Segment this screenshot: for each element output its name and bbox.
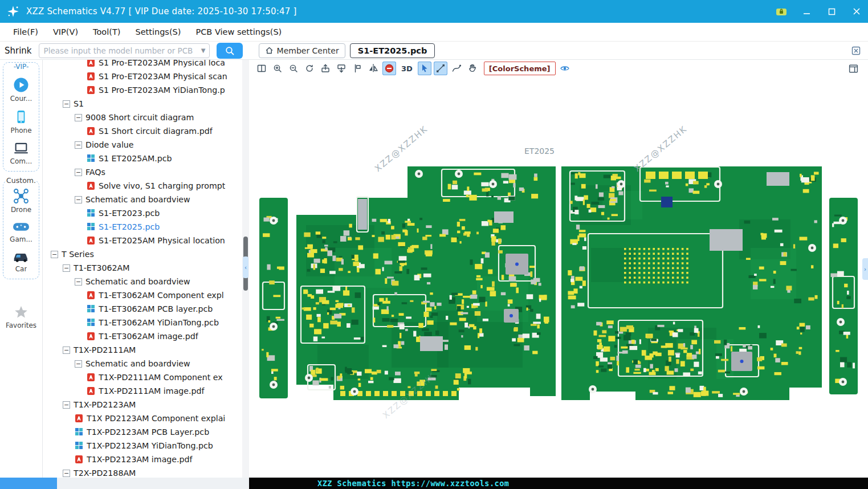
- shrink-button[interactable]: Shrink: [5, 46, 32, 56]
- menu-pcb-view-settings[interactable]: PCB View settings(S): [188, 23, 289, 41]
- tree-item-pcb[interactable]: T1X-PD2123AM PCB Layer.pcb: [43, 425, 242, 439]
- tree-item-pdf[interactable]: T1X PD2123AM Component explai: [43, 411, 242, 425]
- tree-item-pdf[interactable]: Solve vivo, S1 charging prompt: [43, 179, 242, 193]
- collapse-toggle-icon[interactable]: −: [75, 141, 82, 149]
- split-view-button[interactable]: [255, 62, 268, 75]
- tree-item-branch[interactable]: −S1: [43, 97, 242, 111]
- collapse-toggle-icon[interactable]: −: [63, 264, 70, 272]
- collapse-toggle-icon[interactable]: −: [63, 347, 70, 354]
- collapse-toggle-icon[interactable]: −: [75, 169, 82, 176]
- tree-item-pcb[interactable]: S1-ET2023.pcb: [43, 206, 242, 220]
- collapse-tree-handle[interactable]: ‹: [243, 256, 248, 278]
- tree-item-pdf[interactable]: T1X-PD2111AM Component ex: [43, 370, 242, 384]
- curve-tool-button[interactable]: [450, 62, 463, 75]
- tree-item-branch[interactable]: −T2X-PD2188AM: [43, 466, 242, 478]
- pcb-canvas[interactable]: XZZ@XZZHKXZZ@XZZHKXZZ@XZZHKET2025 ›: [249, 77, 868, 478]
- tree-item-branch[interactable]: −Schematic and boardview: [43, 193, 242, 206]
- menu-file[interactable]: File(F): [6, 23, 46, 41]
- export-bottom-layer-button[interactable]: [335, 62, 348, 75]
- tree-item-label: T1X PD2123AM Component explai: [87, 414, 225, 423]
- diode-mode-button[interactable]: [382, 62, 396, 75]
- sidebar-item-favorites[interactable]: Favorites: [3, 304, 39, 329]
- play-circle-icon: [13, 76, 30, 93]
- select-cursor-button[interactable]: [418, 62, 431, 75]
- tree-item-pdf[interactable]: S1 Short circuit diagram.pdf: [43, 124, 242, 138]
- tree-item-branch[interactable]: −T1X-PD2123AM: [43, 398, 242, 411]
- search-button[interactable]: [217, 43, 243, 59]
- tree-scrollbar[interactable]: ‹: [242, 60, 249, 478]
- main-toolbar: Shrink ▼ Member Center S1-ET2025.pcb: [0, 42, 868, 60]
- tree-item-pdf[interactable]: S1 Pro-ET2023AM Physical loca: [43, 60, 242, 70]
- sidebar-item-car[interactable]: Car: [5, 249, 38, 273]
- tree-item-branch[interactable]: −FAQs: [43, 165, 242, 179]
- tree-item-branch[interactable]: −T1X-PD2111AM: [43, 343, 242, 357]
- expand-panel-handle[interactable]: ›: [862, 258, 868, 280]
- tree-item-pdf[interactable]: S1 Pro-ET2023AM YiDianTong.p: [43, 83, 242, 97]
- tree-item-label: Solve vivo, S1 charging prompt: [99, 181, 225, 190]
- sidebar-item-games[interactable]: Gam...: [5, 219, 38, 243]
- sidebar-item-label: Com...: [10, 157, 32, 165]
- search-input[interactable]: [39, 46, 198, 55]
- measure-button[interactable]: [434, 62, 447, 75]
- zoom-in-button[interactable]: [271, 62, 284, 75]
- menu-vip[interactable]: VIP(V): [46, 23, 85, 41]
- collapse-toggle-icon[interactable]: −: [51, 251, 58, 258]
- tree-item-pcb[interactable]: S1-ET2025.pcb: [43, 220, 242, 234]
- collapse-toggle-icon[interactable]: −: [75, 114, 82, 121]
- colorscheme-button[interactable]: [ColorScheme]: [484, 62, 556, 75]
- close-panel-icon[interactable]: [851, 46, 861, 56]
- tree-item-label: S1 Pro-ET2023AM YiDianTong.p: [99, 85, 225, 95]
- tree-item-branch[interactable]: −Schematic and boardview: [43, 275, 242, 288]
- tree-item-pcb[interactable]: S1 ET2025AM.pcb: [43, 152, 242, 165]
- tree-item-pdf[interactable]: T1X-PD2111AM image.pdf: [43, 384, 242, 398]
- pdf-file-icon: [87, 236, 95, 245]
- tree-item-branch[interactable]: −9008 Short circuit diagram: [43, 111, 242, 124]
- sidebar-item-phone[interactable]: Phone: [5, 108, 38, 135]
- mirror-horizontal-button[interactable]: [366, 62, 380, 75]
- viewer-tools: 3D[ColorScheme]: [255, 62, 574, 75]
- collapse-toggle-icon[interactable]: −: [75, 196, 82, 203]
- tree-item-label: S1 Short circuit diagram.pdf: [99, 127, 213, 136]
- tree-item-branch[interactable]: −T Series: [43, 247, 242, 261]
- tree-item-label: T1-ET3062AM PCB layer.pcb: [99, 304, 213, 313]
- member-center-button[interactable]: Member Center: [259, 43, 345, 58]
- layer-eye-button[interactable]: [558, 62, 572, 75]
- collapse-toggle-icon[interactable]: −: [63, 401, 70, 409]
- collapse-toggle-icon[interactable]: −: [75, 278, 82, 286]
- layers-panel-icon[interactable]: [848, 63, 859, 74]
- sidebar-item-courses[interactable]: Cour...: [5, 76, 38, 103]
- maximize-button[interactable]: [826, 6, 837, 17]
- tree-hscrollbar[interactable]: [0, 478, 249, 489]
- tree-item-branch[interactable]: −T1-ET3062AM: [43, 261, 242, 275]
- tree-item-branch[interactable]: −Diode value: [43, 138, 242, 152]
- collapse-toggle-icon[interactable]: −: [63, 100, 70, 108]
- pan-hand-button[interactable]: [466, 62, 479, 75]
- tree-item-pdf[interactable]: T1X-PD2123AM image.pdf: [43, 453, 242, 466]
- tree-item-pcb[interactable]: T1-ET3062AM PCB layer.pcb: [43, 302, 242, 316]
- zoom-out-button[interactable]: [287, 62, 300, 75]
- tree-item-pcb[interactable]: T1X-PD2123AM YiDianTong.pcb: [43, 439, 242, 453]
- tab-s1-et2025-pcb[interactable]: S1-ET2025.pcb: [350, 43, 435, 58]
- tree-item-pdf[interactable]: S1-ET2025AM Physical location: [43, 234, 242, 247]
- tree-item-branch[interactable]: −Schematic and boardview: [43, 357, 242, 370]
- close-button[interactable]: [851, 6, 862, 17]
- collapse-toggle-icon[interactable]: −: [75, 360, 82, 368]
- menu-tool[interactable]: Tool(T): [85, 23, 128, 41]
- rotate-view-button[interactable]: [303, 62, 316, 75]
- tree-hscrollbar-thumb[interactable]: [0, 478, 57, 489]
- model-search-combobox[interactable]: ▼: [39, 43, 210, 58]
- tree-item-pdf[interactable]: T1-ET3062AM image.pdf: [43, 329, 242, 343]
- tree-item-pdf[interactable]: S1 Pro-ET2023AM Physical scan: [43, 70, 242, 83]
- flip-vertical-button[interactable]: [351, 62, 364, 75]
- tree-item-pcb[interactable]: T1-ET3062AM YiDianTong.pcb: [43, 316, 242, 329]
- tree-item-pdf[interactable]: T1-ET3062AM Component expl: [43, 288, 242, 302]
- license-key-icon[interactable]: [776, 6, 787, 17]
- sidebar-item-drone[interactable]: Drone: [5, 188, 38, 214]
- threed-button[interactable]: 3D: [398, 62, 415, 75]
- export-top-layer-button[interactable]: [319, 62, 332, 75]
- sidebar-item-computer[interactable]: Com...: [5, 140, 38, 165]
- chevron-down-icon[interactable]: ▼: [198, 47, 209, 54]
- collapse-toggle-icon[interactable]: −: [63, 470, 70, 477]
- menu-settings[interactable]: Settings(S): [128, 23, 188, 41]
- minimize-button[interactable]: [801, 6, 812, 17]
